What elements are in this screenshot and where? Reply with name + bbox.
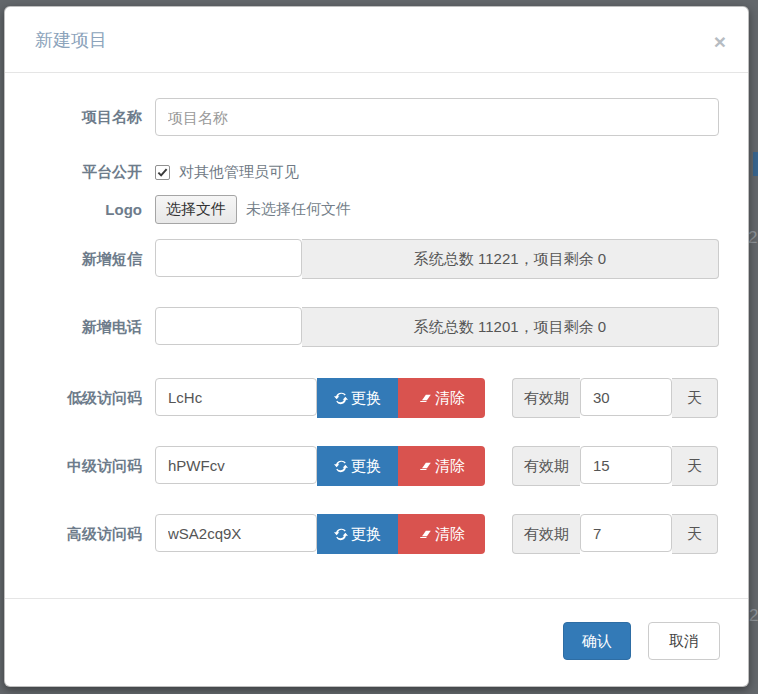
validity-days-mid-input[interactable] xyxy=(580,446,672,484)
eraser-icon xyxy=(418,391,432,405)
row-logo: Logo 选择文件 未选择任何文件 xyxy=(35,195,719,224)
access-code-high-label: 高级访问码 xyxy=(35,525,142,544)
platform-public-checkbox[interactable] xyxy=(155,165,170,180)
refresh-icon xyxy=(334,391,348,405)
row-access-code-mid: 中级访问码 更换 清除 xyxy=(35,446,719,486)
modal-footer: 确认 取消 xyxy=(5,598,748,686)
access-code-low-label: 低级访问码 xyxy=(35,389,142,408)
modal-header: 新建项目 × xyxy=(5,7,748,73)
row-phone: 新增电话 系统总数 11201，项目剩余 0 xyxy=(35,307,719,347)
validity-days-low-input[interactable] xyxy=(580,378,672,416)
logo-label: Logo xyxy=(35,201,142,218)
refresh-icon xyxy=(334,527,348,541)
phone-label: 新增电话 xyxy=(35,318,142,337)
cancel-button[interactable]: 取消 xyxy=(648,622,720,660)
access-code-low-input[interactable] xyxy=(155,378,317,416)
validity-label: 有效期 xyxy=(512,446,580,486)
access-code-high-input[interactable] xyxy=(155,514,317,552)
validity-unit: 天 xyxy=(672,446,718,486)
confirm-button[interactable]: 确认 xyxy=(563,622,631,660)
replace-button[interactable]: 更换 xyxy=(317,378,398,418)
row-access-code-high: 高级访问码 更换 清除 xyxy=(35,514,719,554)
phone-addon: 系统总数 11201，项目剩余 0 xyxy=(302,307,719,347)
row-platform-public: 平台公开 对其他管理员可见 xyxy=(35,163,719,182)
project-name-input[interactable] xyxy=(155,98,719,136)
sms-label: 新增短信 xyxy=(35,250,142,269)
eraser-icon xyxy=(418,459,432,473)
backdrop-artifact-digit: 2 xyxy=(748,228,757,248)
choose-file-button[interactable]: 选择文件 xyxy=(155,195,237,224)
validity-label: 有效期 xyxy=(512,378,580,418)
checkmark-icon xyxy=(157,167,168,178)
access-code-mid-label: 中级访问码 xyxy=(35,457,142,476)
backdrop-artifact-blue xyxy=(753,152,758,176)
replace-button[interactable]: 更换 xyxy=(317,446,398,486)
validity-label: 有效期 xyxy=(512,514,580,554)
sms-input[interactable] xyxy=(155,239,302,277)
phone-input[interactable] xyxy=(155,307,302,345)
close-icon[interactable]: × xyxy=(714,31,726,52)
eraser-icon xyxy=(418,527,432,541)
validity-unit: 天 xyxy=(672,378,718,418)
access-code-mid-input[interactable] xyxy=(155,446,317,484)
sms-addon: 系统总数 11221，项目剩余 0 xyxy=(302,239,719,279)
refresh-icon xyxy=(334,459,348,473)
backdrop-artifact-digit: 2 xyxy=(749,606,758,626)
replace-button[interactable]: 更换 xyxy=(317,514,398,554)
clear-button[interactable]: 清除 xyxy=(398,514,485,554)
row-project-name: 项目名称 xyxy=(35,98,719,136)
modal-body: 项目名称 平台公开 对其他管理员可见 Logo 选择文件 未选择任何文 xyxy=(5,73,748,598)
platform-public-label: 平台公开 xyxy=(35,163,142,182)
row-sms: 新增短信 系统总数 11221，项目剩余 0 xyxy=(35,239,719,279)
file-status-text: 未选择任何文件 xyxy=(246,200,351,219)
validity-days-high-input[interactable] xyxy=(580,514,672,552)
clear-button[interactable]: 清除 xyxy=(398,378,485,418)
new-project-modal: 新建项目 × 项目名称 平台公开 对其他管理员可见 Logo xyxy=(4,6,749,687)
row-access-code-low: 低级访问码 更换 清除 xyxy=(35,378,719,418)
project-name-label: 项目名称 xyxy=(35,108,142,127)
platform-public-checkbox-label: 对其他管理员可见 xyxy=(179,163,299,182)
validity-unit: 天 xyxy=(672,514,718,554)
clear-button[interactable]: 清除 xyxy=(398,446,485,486)
modal-title: 新建项目 xyxy=(35,28,718,52)
